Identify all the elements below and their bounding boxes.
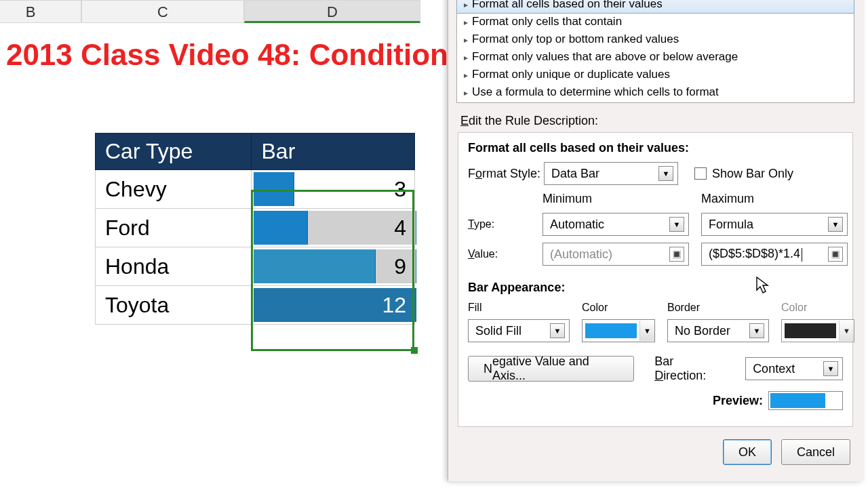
rule-type-item[interactable]: ▸Format only values that are above or be… (457, 48, 854, 66)
bar-cell[interactable]: 9 (252, 247, 415, 286)
car-name: Honda (96, 247, 252, 286)
rule-type-item[interactable]: ▸Format only cells that contain (457, 13, 854, 30)
show-bar-only-checkbox[interactable]: Show Bar Only (694, 167, 793, 181)
col-header-cartype: Car Type (96, 134, 252, 170)
max-type-combo[interactable]: Formula▼ (701, 213, 848, 236)
border-label: Border (667, 302, 769, 314)
type-label: Type: (468, 218, 530, 230)
minimum-label: Minimum (542, 192, 689, 206)
range-picker-icon[interactable]: 🔳 (828, 247, 843, 262)
bullet-icon: ▸ (464, 88, 468, 98)
negative-value-axis-button[interactable]: Negative Value and Axis... (468, 356, 634, 382)
col-header-c[interactable]: C (81, 0, 244, 23)
car-name: Chevy (96, 170, 252, 209)
fill-handle[interactable] (411, 347, 418, 354)
bar-value: 12 (382, 293, 406, 318)
chevron-down-icon: ▼ (550, 323, 565, 338)
border-combo[interactable]: No Border▼ (667, 319, 769, 342)
table-row[interactable]: Ford 4 (96, 209, 415, 247)
show-bar-only-label: Show Bar Only (712, 167, 793, 181)
bar-value: 3 (394, 177, 406, 202)
page-title: el 2013 Class Video 48: Conditiona (0, 23, 448, 72)
fill-label: Fill (468, 302, 570, 314)
bullet-icon: ▸ (464, 70, 468, 80)
bullet-icon: ▸ (464, 0, 468, 9)
range-picker-icon[interactable]: 🔳 (669, 247, 684, 262)
rule-type-item[interactable]: ▸Format only unique or duplicate values (457, 66, 854, 83)
preview-label: Preview: (713, 394, 763, 408)
chevron-down-icon: ▼ (828, 217, 843, 232)
chevron-down-icon: ▼ (823, 361, 838, 376)
maximum-label: Maximum (701, 192, 848, 206)
color-swatch-icon (585, 323, 637, 338)
col-header-b[interactable]: B (0, 0, 81, 23)
bar-value: 9 (394, 254, 406, 279)
format-style-combo[interactable]: Data Bar ▼ (544, 162, 678, 185)
ok-button[interactable]: OK (723, 439, 772, 465)
color-swatch-icon (785, 323, 836, 338)
bar-cell[interactable]: 3 (252, 170, 415, 209)
panel-heading: Format all cells based on their values: (468, 141, 843, 155)
table-row[interactable]: Toyota 12 (96, 286, 415, 325)
bar-direction-label: Bar Direction: (654, 354, 725, 383)
column-headers: B C D (0, 0, 448, 23)
chevron-down-icon: ▼ (669, 217, 684, 232)
dialog-footer: OK Cancel (448, 434, 863, 470)
border-color-label: Color (781, 302, 854, 314)
edit-description-label: Edit the Rule Description: (460, 114, 850, 128)
fill-combo[interactable]: Solid Fill▼ (468, 319, 570, 342)
bullet-icon: ▸ (464, 53, 468, 62)
data-table: Car Type Bar Chevy 3 Ford 4 H (95, 133, 415, 325)
bar-cell[interactable]: 4 (252, 209, 415, 247)
bar-direction-combo[interactable]: Context▼ (745, 357, 843, 380)
bar-value: 4 (394, 216, 406, 241)
format-style-label: Format Style: (468, 167, 544, 181)
chevron-down-icon: ▼ (749, 323, 764, 338)
car-name: Toyota (96, 286, 252, 325)
border-color-combo[interactable]: ▼ (781, 319, 854, 342)
min-value-input[interactable]: (Automatic) 🔳 (542, 243, 689, 266)
col-header-bar: Bar (252, 134, 415, 170)
rule-type-item[interactable]: ▸Format only top or bottom ranked values (457, 30, 854, 48)
checkbox-icon (694, 167, 707, 180)
rule-description-panel: Format all cells based on their values: … (458, 132, 853, 427)
car-name: Ford (96, 209, 252, 247)
value-label: Value: (468, 248, 530, 260)
col-header-d[interactable]: D (244, 0, 420, 23)
rule-type-item[interactable]: ▸Format all cells based on their values (456, 0, 854, 14)
formatting-rule-dialog: ▸Format all cells based on their values … (448, 0, 863, 481)
chevron-down-icon: ▼ (839, 321, 854, 341)
chevron-down-icon: ▼ (639, 321, 654, 341)
bullet-icon: ▸ (464, 18, 468, 27)
min-type-combo[interactable]: Automatic▼ (542, 213, 689, 236)
bar-appearance-heading: Bar Appearance: (468, 281, 843, 295)
bar-cell[interactable]: 12 (252, 286, 415, 325)
preview-swatch (768, 391, 843, 410)
spreadsheet-area: B C D el 2013 Class Video 48: Conditiona… (0, 0, 448, 488)
bullet-icon: ▸ (464, 35, 468, 45)
table-row[interactable]: Honda 9 (96, 247, 415, 286)
cancel-button[interactable]: Cancel (781, 439, 850, 465)
table-row[interactable]: Chevy 3 (96, 170, 415, 209)
rule-type-list: ▸Format all cells based on their values … (456, 0, 854, 103)
color-label: Color (582, 302, 655, 314)
rule-type-item[interactable]: ▸Use a formula to determine which cells … (457, 83, 854, 101)
chevron-down-icon: ▼ (658, 166, 673, 181)
fill-color-combo[interactable]: ▼ (582, 319, 655, 342)
max-value-input[interactable]: ($D$5:$D$8)*1.4 🔳 (701, 243, 848, 266)
